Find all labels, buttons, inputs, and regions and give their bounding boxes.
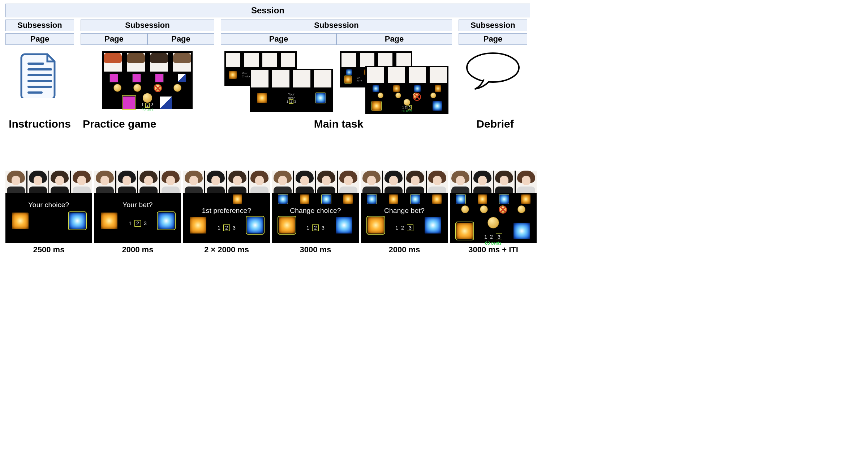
coin-icon [480, 205, 488, 213]
mini-stim [343, 194, 353, 204]
timing-caption: 2000 ms [94, 245, 181, 254]
page-box-3b: Page [336, 33, 452, 45]
bet-number: 2 [490, 234, 493, 240]
page-box-2b: Page [147, 33, 214, 45]
subsession-box-3: Subsession [221, 20, 452, 31]
prompt-text: Your bet? [94, 201, 181, 209]
page-box-3a: Page [221, 33, 336, 45]
main-task-stack-b: Ch Ch? 1 2 3 60 cent [340, 51, 448, 113]
coin-icon [517, 205, 525, 213]
bet-number: 3 [496, 234, 502, 240]
bet-number: 3 [322, 225, 325, 231]
right-stimulus [247, 217, 263, 234]
label-practice: Practice game [81, 118, 216, 130]
trial-screen: Your bet?123 [94, 171, 181, 243]
session-bar: Session [5, 4, 530, 17]
trial-sequence: Your choice?2500 msYour bet?1232000 ms1s… [5, 171, 537, 254]
face-avatar [272, 171, 293, 193]
main-task-stack-a: Your Choice? YourBet?1 2 3 [224, 51, 333, 113]
page-row: Page Page Page Page Page Page [5, 33, 537, 45]
page-box-2a: Page [81, 33, 147, 45]
bet-number: 3 [233, 225, 236, 231]
mini-stim [389, 194, 398, 204]
face-avatar [227, 171, 248, 193]
face-avatar [116, 171, 137, 193]
mini-stim [478, 194, 487, 204]
mini-stim [521, 194, 530, 204]
face-avatar [405, 171, 426, 193]
bet-number: 2 [223, 224, 230, 231]
trial-screen: Change bet?123 [361, 171, 448, 243]
right-stimulus [514, 223, 530, 239]
face-avatar [27, 171, 48, 193]
coin-icon [461, 205, 469, 213]
right-stimulus [158, 213, 175, 229]
label-main: Main task [223, 118, 454, 130]
face-avatar [516, 171, 537, 193]
trial-panel-1: Your bet?1232000 ms [94, 171, 181, 254]
face-avatar [361, 171, 382, 193]
face-avatar [5, 171, 26, 193]
left-stimulus [101, 213, 117, 229]
trial-panel-0: Your choice?2500 ms [5, 171, 92, 254]
svg-point-6 [467, 53, 519, 82]
right-stimulus [425, 217, 441, 234]
prompt-text: Change choice? [272, 207, 359, 215]
mini-stim [322, 194, 331, 204]
coin-icon [499, 205, 507, 213]
stage-labels: Instructions Practice game Main task Deb… [5, 118, 537, 130]
trial-panel-5: 12360 cents3000 ms + ITI [450, 171, 537, 254]
cents-text: 60 cents [484, 241, 502, 246]
mini-stim [432, 194, 442, 204]
left-stimulus [190, 217, 206, 234]
prompt-text: 1st preference? [183, 207, 270, 215]
left-stimulus [456, 223, 473, 239]
mini-stim [211, 194, 220, 204]
face-avatar [49, 171, 70, 193]
timing-caption: 3000 ms [272, 245, 359, 254]
page-box-1: Page [5, 33, 74, 45]
bet-number: 1 [484, 234, 487, 240]
right-stimulus [69, 213, 86, 229]
subsession-box-1: Subsession [5, 20, 74, 31]
timing-caption: 2000 ms [361, 245, 448, 254]
face-avatar [383, 171, 404, 193]
left-stimulus [368, 217, 384, 234]
page-box-4: Page [459, 33, 527, 45]
mini-stim [254, 194, 264, 204]
bet-number: 2 [312, 224, 319, 231]
face-avatar [138, 171, 159, 193]
trial-panel-2: 1st preference?1232 × 2000 ms [183, 171, 270, 254]
trial-panel-4: Change bet?1232000 ms [361, 171, 448, 254]
face-avatar [338, 171, 359, 193]
mini-stim [367, 194, 377, 204]
bet-number: 1 [218, 225, 220, 231]
face-avatar [472, 171, 493, 193]
timing-caption: 2500 ms [5, 245, 92, 254]
subsession-row: Subsession Subsession Subsession Subsess… [5, 20, 537, 31]
mini-stim [300, 194, 309, 204]
label-instructions: Instructions [5, 118, 74, 130]
bet-number: 2 [134, 220, 141, 227]
prompt-text: Change bet? [361, 207, 448, 215]
practice-screen: 123 40 cent [102, 51, 193, 109]
face-avatar [316, 171, 337, 193]
icon-row: 123 40 cent Your Choice? YourBet?1 2 [5, 51, 537, 113]
bet-number: 1 [395, 225, 398, 231]
mini-stim [499, 194, 509, 204]
bet-number: 3 [407, 224, 413, 231]
timing-caption: 3000 ms + ITI [450, 245, 537, 254]
timing-caption: 2 × 2000 ms [183, 245, 270, 254]
subsession-box-4: Subsession [459, 20, 527, 31]
left-stimulus [279, 217, 295, 234]
practice-cents: 40 cent [142, 108, 154, 112]
reward-coin-icon [487, 217, 499, 228]
trial-screen: Your choice? [5, 171, 92, 243]
left-stimulus [12, 213, 29, 229]
label-debrief: Debrief [461, 118, 529, 130]
prompt-text: Your choice? [5, 201, 92, 209]
mini-stim [456, 194, 465, 204]
trial-panel-3: Change choice?1233000 ms [272, 171, 359, 254]
face-avatar [183, 171, 204, 193]
trial-screen: 1st preference?123 [183, 171, 270, 243]
